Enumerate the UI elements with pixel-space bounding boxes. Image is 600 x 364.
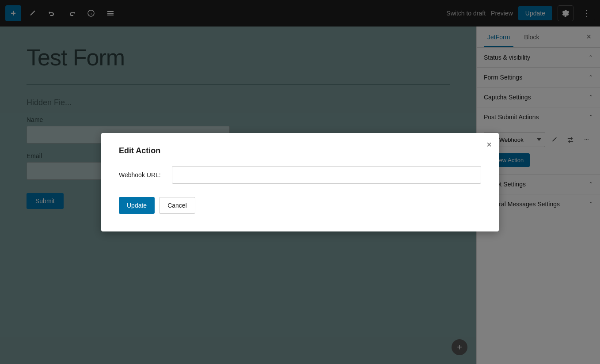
modal-close-button[interactable]: × [486, 140, 492, 149]
webhook-url-label: Webhook URL: [119, 171, 163, 178]
webhook-url-input[interactable] [172, 166, 481, 184]
modal-title: Edit Action [119, 146, 481, 155]
modal-webhook-field: Webhook URL: [119, 166, 481, 184]
modal-overlay[interactable]: Edit Action × Webhook URL: Update Cancel [0, 0, 600, 364]
modal: Edit Action × Webhook URL: Update Cancel [101, 133, 499, 231]
modal-update-button[interactable]: Update [119, 197, 155, 214]
modal-actions: Update Cancel [119, 197, 481, 214]
modal-cancel-button[interactable]: Cancel [159, 197, 195, 214]
